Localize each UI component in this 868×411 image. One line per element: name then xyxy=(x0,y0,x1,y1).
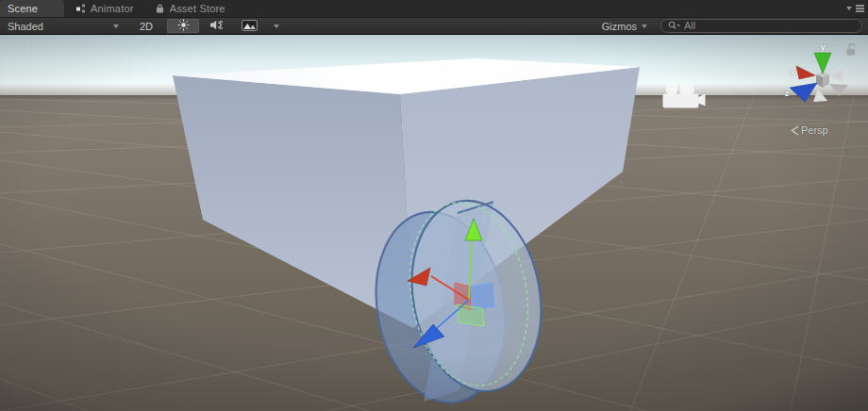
asset-store-icon xyxy=(155,4,165,14)
chevron-down-icon xyxy=(642,25,647,28)
animator-icon xyxy=(76,4,86,13)
search-icon[interactable] xyxy=(668,21,681,32)
axis-z-label: z xyxy=(785,89,790,98)
image-effects-icon xyxy=(242,20,258,33)
effects-button[interactable] xyxy=(234,19,265,33)
tab-animator[interactable]: Animator xyxy=(67,0,143,17)
toggle-2d-label: 2D xyxy=(140,21,153,32)
projection-toggle[interactable]: Persp xyxy=(791,124,828,136)
tab-scene[interactable]: Scene xyxy=(0,0,64,17)
axis-x-label: x xyxy=(790,68,794,77)
pane-dropdown-icon[interactable] xyxy=(846,7,852,10)
scene-viewport[interactable]: y x z Persp xyxy=(0,35,868,411)
tab-asset-store[interactable]: Asset Store xyxy=(145,0,235,17)
scene-lighting-button[interactable] xyxy=(167,19,199,33)
scene-audio-button[interactable] xyxy=(201,19,232,33)
chevron-left-icon xyxy=(791,125,799,136)
scene-toolbar: Shaded 2D xyxy=(0,17,868,35)
pane-menu-icon[interactable] xyxy=(856,5,864,12)
toolbar-right-group: Gizmos All xyxy=(596,19,868,33)
toggle-2d-button[interactable]: 2D xyxy=(131,19,161,33)
axis-y-label: y xyxy=(820,42,825,52)
gizmos-dropdown[interactable]: Gizmos xyxy=(596,21,653,32)
tab-bar-controls xyxy=(846,0,864,17)
gizmos-label: Gizmos xyxy=(602,21,637,32)
tab-bar: Scene Animator Asset Store xyxy=(0,0,868,17)
search-scope-label: All xyxy=(684,20,695,32)
vignette-overlay xyxy=(0,35,868,411)
shading-mode-label: Shaded xyxy=(8,21,43,32)
unity-scene-window: Scene Animator Asset Store Shaded 2D xyxy=(0,0,868,411)
chevron-down-icon xyxy=(274,25,279,28)
tab-animator-label: Animator xyxy=(91,3,134,14)
tab-asset-store-label: Asset Store xyxy=(170,3,225,14)
chevron-down-icon xyxy=(113,25,119,28)
projection-label: Persp xyxy=(801,124,828,136)
effects-dropdown[interactable] xyxy=(266,19,286,33)
search-input[interactable]: All xyxy=(660,19,862,33)
shading-mode-dropdown[interactable]: Shaded xyxy=(0,18,124,34)
speaker-icon xyxy=(210,20,223,32)
tab-scene-label: Scene xyxy=(8,3,38,14)
sun-icon xyxy=(177,19,190,33)
